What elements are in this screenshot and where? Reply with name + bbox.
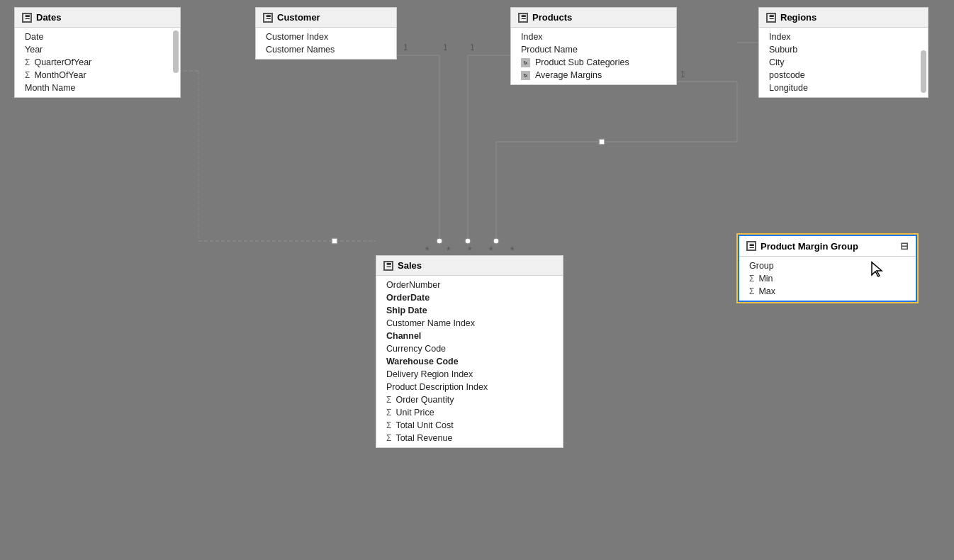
svg-point-22: [493, 238, 499, 244]
sigma-icon: Σ: [386, 408, 391, 418]
list-item: Customer Index: [256, 30, 396, 43]
dates-scrollbar[interactable]: [173, 30, 179, 73]
list-item: Index: [759, 30, 928, 43]
list-item: Σ Total Revenue: [376, 432, 563, 444]
svg-point-15: [465, 238, 471, 244]
list-item: Index: [511, 30, 676, 43]
svg-text:1: 1: [470, 43, 475, 52]
sales-totalunitcost: Total Unit Cost: [395, 420, 453, 430]
list-item: Σ Unit Price: [376, 406, 563, 419]
dates-monthofyear: MonthOfYear: [34, 70, 86, 80]
sales-orderdate: OrderDate: [386, 293, 430, 303]
list-item: Customer Names: [256, 43, 396, 56]
list-item: Σ Order Quantity: [376, 393, 563, 406]
list-item: fx Average Margins: [511, 69, 676, 82]
dates-header: ☰ Dates: [15, 8, 180, 28]
list-item: Delivery Region Index: [376, 368, 563, 381]
regions-body: Index Suburb City postcode Longitude: [759, 28, 928, 97]
dates-date: Date: [25, 32, 43, 42]
products-index: Index: [521, 32, 543, 42]
list-item: Σ Min: [739, 272, 916, 285]
products-avgmargins: Average Margins: [535, 70, 602, 80]
list-item: Σ MonthOfYear: [15, 69, 180, 82]
sigma-icon: Σ: [749, 274, 754, 284]
calc-icon: fx: [521, 71, 530, 80]
regions-postcode: postcode: [769, 70, 805, 80]
sigma-icon: Σ: [749, 286, 754, 296]
regions-city: City: [769, 57, 785, 67]
dates-body: Date Year Σ QuarterOfYear Σ MonthOfYear …: [15, 28, 180, 97]
sales-header: ☰ Sales: [376, 256, 563, 276]
sales-channel: Channel: [386, 331, 421, 341]
list-item: City: [759, 56, 928, 69]
list-item: Product Name: [511, 43, 676, 56]
svg-text:1: 1: [403, 43, 408, 52]
list-item: OrderDate: [376, 291, 563, 304]
dates-year: Year: [25, 45, 43, 55]
list-item: Group: [739, 259, 916, 272]
products-body: Index Product Name fx Product Sub Catego…: [511, 28, 676, 84]
list-item: Customer Name Index: [376, 317, 563, 330]
sales-totalrevenue: Total Revenue: [395, 433, 452, 443]
sales-orderqty: Order Quantity: [395, 395, 454, 405]
table-icon-regions: ☰: [766, 13, 776, 23]
svg-text:*: *: [489, 245, 493, 256]
customer-index: Customer Index: [266, 32, 328, 42]
products-subcategories: Product Sub Categories: [535, 57, 629, 67]
list-item: Σ QuarterOfYear: [15, 56, 180, 69]
list-item: postcode: [759, 69, 928, 82]
sales-shipdate: Ship Date: [386, 306, 427, 315]
svg-text:*: *: [425, 245, 430, 256]
pmg-min: Min: [758, 274, 773, 284]
table-icon-products: ☰: [518, 13, 528, 23]
sales-customernameindex: Customer Name Index: [386, 318, 475, 328]
list-item: Σ Total Unit Cost: [376, 419, 563, 432]
regions-suburb: Suburb: [769, 45, 797, 55]
svg-text:*: *: [468, 245, 472, 256]
table-icon-dates: ☰: [22, 13, 32, 23]
pmg-header: ☰ Product Margin Group ⊟: [739, 236, 916, 257]
list-item: Currency Code: [376, 342, 563, 355]
regions-index: Index: [769, 32, 791, 42]
table-icon-sales: ☰: [383, 261, 393, 271]
pmg-collapse-icon[interactable]: ⊟: [900, 240, 909, 252]
list-item: OrderNumber: [376, 279, 563, 291]
calc-icon: fx: [521, 58, 530, 67]
customer-title: Customer: [277, 12, 320, 23]
dates-title: Dates: [36, 12, 61, 23]
svg-rect-5: [332, 238, 337, 244]
regions-table: ☰ Regions Index Suburb City postcode Lon…: [758, 7, 928, 98]
svg-text:1: 1: [443, 43, 448, 52]
customer-body: Customer Index Customer Names: [256, 28, 396, 59]
pmg-max: Max: [758, 286, 775, 296]
products-table: ☰ Products Index Product Name fx Product…: [510, 7, 677, 85]
list-item: Month Name: [15, 82, 180, 94]
product-margin-group-table: ☰ Product Margin Group ⊟ Group Σ Min Σ M…: [737, 234, 918, 303]
list-item: fx Product Sub Categories: [511, 56, 676, 69]
svg-text:1: 1: [680, 69, 685, 79]
sales-warehousecode: Warehouse Code: [386, 357, 459, 366]
list-item: Longitude: [759, 82, 928, 94]
sales-table: ☰ Sales OrderNumber OrderDate Ship Date …: [376, 255, 563, 448]
pmg-body: Group Σ Min Σ Max: [739, 257, 916, 301]
regions-longitude: Longitude: [769, 83, 808, 93]
list-item: Date: [15, 30, 180, 43]
list-item: Warehouse Code: [376, 355, 563, 368]
sales-body: OrderNumber OrderDate Ship Date Customer…: [376, 276, 563, 447]
sales-productdescindex: Product Description Index: [386, 382, 488, 392]
table-icon-customer: ☰: [263, 13, 273, 23]
dates-table: ☰ Dates Date Year Σ QuarterOfYear Σ Mont…: [14, 7, 181, 98]
sales-currencycode: Currency Code: [386, 344, 446, 354]
regions-title: Regions: [780, 12, 816, 23]
regions-scrollbar[interactable]: [921, 50, 926, 93]
sales-ordernumber: OrderNumber: [386, 280, 440, 290]
svg-text:*: *: [510, 245, 515, 256]
sigma-icon: Σ: [386, 433, 391, 443]
svg-point-11: [437, 238, 442, 244]
dates-monthname: Month Name: [25, 83, 76, 93]
sigma-icon: Σ: [25, 57, 30, 67]
sales-deliveryregionindex: Delivery Region Index: [386, 369, 473, 379]
products-header: ☰ Products: [511, 8, 676, 28]
sales-unitprice: Unit Price: [395, 408, 434, 418]
svg-rect-21: [599, 139, 605, 145]
